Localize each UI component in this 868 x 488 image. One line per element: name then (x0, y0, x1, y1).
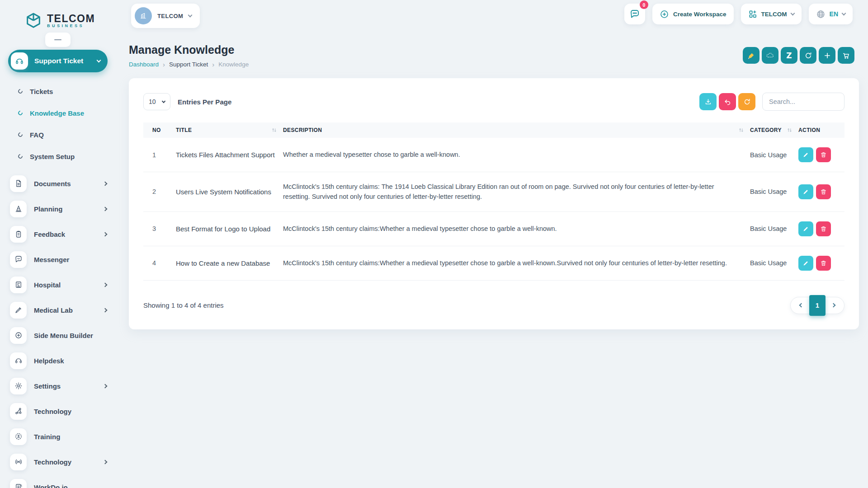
nav-item-label: Documents (34, 180, 104, 188)
row-description: Whether a medieval typesetter chose to g… (279, 138, 746, 172)
headset-icon (10, 352, 27, 369)
edit-button[interactable] (798, 221, 813, 236)
page-number-button[interactable]: 1 (809, 295, 826, 316)
delete-button[interactable] (816, 256, 831, 271)
page-title: Manage Knowledge (129, 43, 249, 56)
sidebar-item-workdo-io[interactable]: WorkDo.io (0, 474, 116, 488)
next-page-button[interactable] (828, 304, 839, 307)
delete-button[interactable] (816, 184, 831, 199)
pagination: 1 (790, 297, 844, 314)
table-row: 4 How to Create a new Database McClintoc… (143, 246, 844, 280)
row-number: 1 (143, 138, 172, 172)
plus-circle-icon (10, 327, 27, 344)
sidebar-item-hospital[interactable]: Hospital (0, 272, 116, 297)
sidebar-item-technology-2[interactable]: Technology (0, 449, 116, 474)
cart-integration-button[interactable] (838, 47, 854, 64)
plus-circle-icon (660, 9, 669, 19)
sidebar-item-technology[interactable]: Technology (0, 399, 116, 424)
row-title: Users Live System Notifications (172, 172, 279, 212)
chevron-right-icon (103, 282, 108, 287)
export-button[interactable] (699, 93, 717, 110)
subitem-label: FAQ (30, 131, 44, 139)
bullet-icon (17, 153, 24, 160)
previous-page-button[interactable] (796, 304, 807, 307)
sidebar-item-messenger[interactable]: Messenger (0, 247, 116, 272)
chevron-separator: › (212, 61, 214, 68)
pencil-icon (802, 225, 809, 232)
delete-button[interactable] (816, 221, 831, 236)
sidebar-item-documents[interactable]: Documents (0, 171, 116, 196)
row-title: How to Create a new Database (172, 246, 279, 280)
row-description: McClintock's 15th century claims:Whether… (279, 246, 746, 280)
sidebar-item-training[interactable]: Training (0, 424, 116, 449)
sidebar-item-feedback[interactable]: Feedback (0, 221, 116, 247)
search-input[interactable] (762, 93, 844, 111)
sidebar-subitem-tickets[interactable]: Tickets (0, 80, 116, 102)
sidebar-collapse-toggle[interactable] (45, 33, 71, 47)
sort-icon[interactable] (272, 127, 277, 133)
trash-icon (820, 225, 827, 232)
dash-icon (54, 39, 61, 41)
row-category: Basic Usage (746, 172, 795, 212)
sidebar-item-helpdesk[interactable]: Helpdesk (0, 348, 116, 373)
sidebar-item-support-ticket[interactable]: Support Ticket (8, 50, 108, 72)
row-number: 3 (143, 211, 172, 246)
gear-icon (10, 378, 27, 394)
breadcrumb-support-ticket[interactable]: Support Ticket (169, 61, 208, 68)
pencil-icon (802, 260, 809, 267)
sort-icon[interactable] (739, 127, 744, 133)
row-description: McClintock's 15th century claims:Whether… (279, 211, 746, 246)
sort-icon[interactable] (787, 127, 792, 133)
table-header-row: NO TITLE DESCRIPTION CATEGORY (143, 122, 844, 138)
sync-integration-button[interactable] (800, 47, 816, 64)
chevron-right-icon (103, 308, 108, 312)
edit-button[interactable] (798, 184, 813, 199)
cloud-integration-button[interactable] (762, 47, 778, 64)
nav-item-label: Medical Lab (34, 306, 104, 314)
entries-per-page-label: Entries Per Page (178, 98, 231, 106)
trash-icon (820, 188, 827, 195)
chat-bubble-icon (629, 9, 640, 19)
edit-button[interactable] (798, 256, 813, 271)
breadcrumb-dashboard[interactable]: Dashboard (129, 61, 159, 68)
messages-button[interactable]: 0 (624, 4, 645, 24)
subitem-label: Tickets (30, 88, 53, 95)
syringe-icon (10, 302, 27, 319)
create-workspace-button[interactable]: Create Workspace (652, 4, 734, 24)
workspace-selector[interactable]: TELCOM (741, 4, 802, 24)
sidebar-subitem-system-setup[interactable]: System Setup (0, 145, 116, 167)
refresh-button[interactable] (738, 93, 755, 110)
row-category: Basic Usage (746, 138, 795, 172)
sidebar-item-planning[interactable]: Planning (0, 196, 116, 221)
brand-logo[interactable]: TELCOM BUSINESS (0, 5, 116, 33)
row-title: Best Format for Logo to Upload (172, 211, 279, 246)
add-integration-button[interactable] (819, 47, 835, 64)
delete-button[interactable] (816, 147, 831, 162)
bullet-icon (17, 88, 24, 94)
language-selector[interactable]: EN (809, 4, 853, 24)
language-label: EN (830, 10, 838, 18)
entries-per-page-select[interactable]: 10 (143, 93, 170, 110)
pencil-icon (802, 151, 809, 158)
nav-item-label: Feedback (34, 230, 104, 238)
edit-button[interactable] (798, 147, 813, 162)
sidebar-item-settings[interactable]: Settings (0, 373, 116, 399)
globe-icon (816, 9, 826, 19)
table-row: 3 Best Format for Logo to Upload McClint… (143, 211, 844, 246)
row-category: Basic Usage (746, 211, 795, 246)
chevron-down-icon (790, 11, 795, 16)
row-number: 2 (143, 172, 172, 212)
sidebar-subitem-knowledge-base[interactable]: Knowledge Base (0, 102, 116, 124)
workspace-chip-label: TELCOM (157, 13, 183, 19)
document-icon (10, 175, 27, 192)
pencil-integration-button[interactable] (743, 47, 760, 64)
workspace-chip[interactable]: TELCOM (131, 4, 200, 28)
sidebar-subitem-faq[interactable]: FAQ (0, 124, 116, 145)
row-number: 4 (143, 246, 172, 280)
zendesk-integration-button[interactable]: Z (781, 47, 797, 64)
broadcast-icon (10, 454, 27, 470)
undo-button[interactable] (719, 93, 736, 110)
sidebar-item-side-menu-builder[interactable]: Side Menu Builder (0, 323, 116, 348)
sidebar-item-medical-lab[interactable]: Medical Lab (0, 297, 116, 323)
create-workspace-label: Create Workspace (673, 11, 726, 18)
